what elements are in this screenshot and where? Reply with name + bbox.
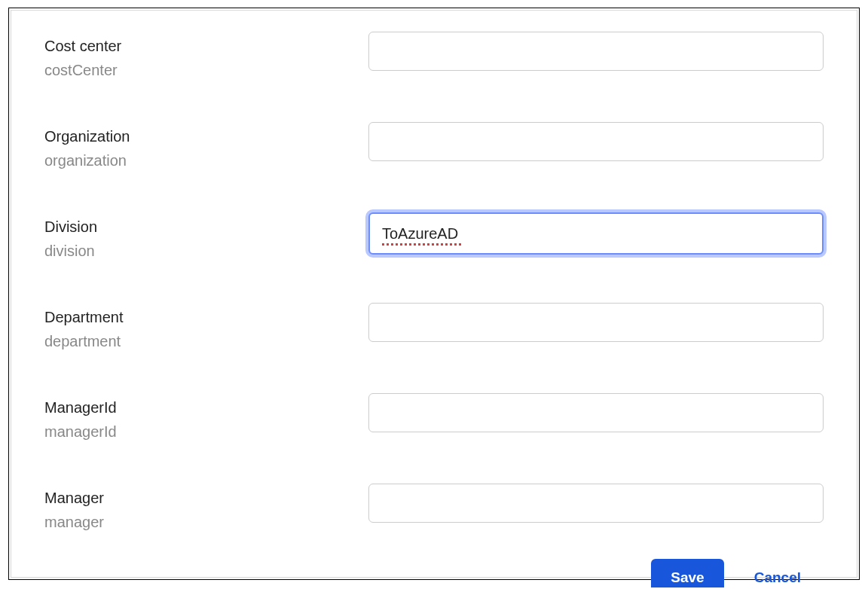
window-frame: Cost center costCenter Organization orga… (8, 8, 860, 580)
field-label: Organization (44, 127, 368, 146)
field-row-division: Division division (44, 212, 824, 261)
input-wrap (368, 393, 824, 432)
manager-id-input[interactable] (368, 393, 824, 432)
label-group: Cost center costCenter (44, 32, 368, 80)
field-name: manager (44, 512, 368, 532)
field-label: Division (44, 217, 368, 237)
field-label: Department (44, 307, 368, 327)
label-group: ManagerId managerId (44, 393, 368, 441)
field-label: ManagerId (44, 398, 368, 417)
input-wrap (368, 122, 824, 161)
field-row-manager-id: ManagerId managerId (44, 393, 824, 441)
field-name: department (44, 331, 368, 351)
input-wrap (368, 212, 824, 255)
department-input[interactable] (368, 303, 824, 342)
field-row-department: Department department (44, 303, 824, 351)
label-group: Organization organization (44, 122, 368, 170)
field-label: Manager (44, 488, 368, 508)
action-buttons: Save Cancel (44, 559, 824, 587)
field-label: Cost center (44, 36, 368, 56)
form-panel: Cost center costCenter Organization orga… (11, 10, 857, 578)
field-row-organization: Organization organization (44, 122, 824, 170)
save-button[interactable]: Save (651, 559, 723, 587)
input-wrap (368, 32, 824, 71)
form-fields: Cost center costCenter Organization orga… (44, 32, 824, 559)
input-wrap (368, 303, 824, 342)
field-row-cost-center: Cost center costCenter (44, 32, 824, 80)
division-input[interactable] (368, 212, 824, 255)
cost-center-input[interactable] (368, 32, 824, 71)
field-name: costCenter (44, 60, 368, 80)
organization-input[interactable] (368, 122, 824, 161)
manager-input[interactable] (368, 484, 824, 523)
input-wrap (368, 484, 824, 523)
cancel-button[interactable]: Cancel (747, 559, 808, 587)
label-group: Department department (44, 303, 368, 351)
field-name: division (44, 241, 368, 261)
field-row-manager: Manager manager (44, 484, 824, 532)
field-name: organization (44, 151, 368, 170)
field-name: managerId (44, 422, 368, 441)
label-group: Manager manager (44, 484, 368, 532)
label-group: Division division (44, 212, 368, 261)
